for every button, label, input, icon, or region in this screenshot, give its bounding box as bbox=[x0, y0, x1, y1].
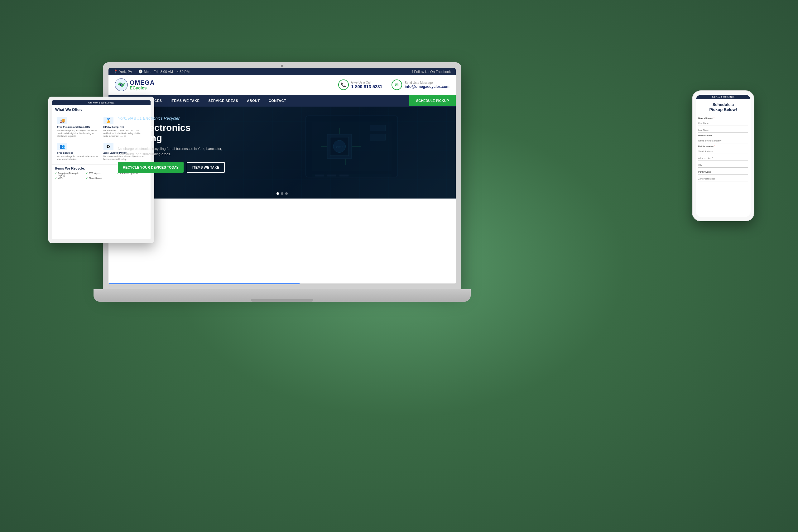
people-icon: 👥 bbox=[57, 143, 67, 150]
site-hero: CPU York, PA's #1 Electronics Recycler F… bbox=[109, 107, 456, 198]
tablet-card-pickups: 🚚 Free Pickups and Drop-Offs We offer fr… bbox=[55, 114, 101, 140]
check-icon-dvd: ✓ bbox=[86, 172, 88, 174]
recycle-devices-button[interactable]: RECYCLE YOUR DEVICES TODAY bbox=[118, 162, 184, 173]
phone-label-business: Business Name bbox=[698, 135, 748, 136]
clock-icon: 🕐 bbox=[138, 70, 143, 74]
email-contact: ✉ Send Us a Message info@omegaecycles.co… bbox=[392, 79, 450, 90]
laptop-camera bbox=[281, 65, 283, 67]
phone-bezel: Call Now: 1-800-813-5231 Schedule aPicku… bbox=[692, 90, 754, 221]
tablet-card-free: 👥 Free Services We never charge for our … bbox=[55, 140, 101, 163]
topbar-facebook[interactable]: f Follow Us On Facebook bbox=[412, 70, 451, 74]
tablet-what-we-offer: What We Offer: bbox=[52, 105, 151, 113]
phone-form-body: Name of Contact * Business Name Pick Up … bbox=[696, 114, 750, 184]
nav-contact[interactable]: CONTACT bbox=[264, 95, 290, 106]
laptop-base bbox=[94, 289, 471, 302]
check-icon-vcrs: ✓ bbox=[55, 177, 57, 179]
laptop-screen: 📍 York, PA 🕐 Mon - Fri | 8:00 AM – 4:30 … bbox=[109, 68, 456, 284]
site-header: Ω OMEGA ECycles 📞 Give Us a Call 1-800-8… bbox=[109, 75, 456, 95]
phone-label-contact: Name of Contact * bbox=[698, 117, 748, 119]
page-progress-bar bbox=[109, 283, 456, 284]
tablet-item-dvd: ✓ DVD players bbox=[86, 172, 116, 176]
hero-buttons: RECYCLE YOUR DEVICES TODAY ITEMS WE TAKE bbox=[118, 162, 236, 173]
email-icon: ✉ bbox=[392, 79, 402, 90]
phone-input-zip[interactable] bbox=[698, 176, 748, 182]
truck-icon: 🚚 bbox=[57, 117, 67, 125]
topbar-hours: 🕐 Mon - Fri | 8:00 AM – 4:30 PM bbox=[138, 70, 190, 74]
pin-icon: 📍 bbox=[113, 70, 118, 74]
nav-about[interactable]: ABOUT bbox=[243, 95, 264, 106]
hero-subtitle: York, PA's #1 Electronics Recycler bbox=[118, 116, 236, 120]
badge-icon: 🏅 bbox=[103, 117, 113, 125]
tablet-recycle-grid: ✓ Computers (Desktop & Laptop) ✓ DVD pla… bbox=[55, 172, 148, 179]
hero-carousel-dots bbox=[277, 192, 288, 195]
items-we-take-button[interactable]: ITEMS WE TAKE bbox=[187, 162, 225, 173]
hero-content: York, PA's #1 Electronics Recycler Free … bbox=[118, 116, 236, 173]
hero-dot-1[interactable] bbox=[277, 192, 279, 195]
nav-schedule-pickup[interactable]: SCHEDULE PICKUP bbox=[409, 95, 456, 106]
hero-dot-3[interactable] bbox=[285, 192, 288, 195]
phone-input-lastname[interactable] bbox=[698, 128, 748, 133]
phone-screen: Call Now: 1-800-813-5231 Schedule aPicku… bbox=[696, 95, 750, 217]
check-icon-computers: ✓ bbox=[55, 172, 57, 174]
phone-icon: 📞 bbox=[338, 79, 349, 90]
site-topbar: 📍 York, PA 🕐 Mon - Fri | 8:00 AM – 4:30 … bbox=[109, 68, 456, 75]
check-icon-phone-system: ✓ bbox=[86, 177, 88, 179]
phone-form-title: Schedule aPickup Below! bbox=[698, 102, 748, 112]
tablet-item-computers: ✓ Computers (Desktop & Laptop) bbox=[55, 172, 86, 176]
svg-text:Ω: Ω bbox=[120, 84, 122, 86]
hero-dot-2[interactable] bbox=[281, 192, 283, 195]
topbar-location: 📍 York, PA bbox=[113, 70, 132, 74]
phone-input-address2[interactable] bbox=[698, 156, 748, 161]
laptop-mockup: 📍 York, PA 🕐 Mon - Fri | 8:00 AM – 4:30 … bbox=[103, 62, 477, 318]
hero-desc: No-charge electronics recycling for all … bbox=[118, 146, 236, 156]
phone-label-pickup: Pick Up Location * bbox=[698, 145, 748, 147]
phone-topbar: Call Now: 1-800-813-5231 bbox=[696, 95, 750, 99]
page-progress-fill bbox=[109, 283, 300, 284]
phone-contact: 📞 Give Us a Call 1-800-813-5231 bbox=[338, 79, 382, 90]
nav-items-we-take[interactable]: ITEMS WE TAKE bbox=[166, 95, 204, 106]
tablet-item-telephone: ✓ Telephone Systems bbox=[117, 172, 148, 176]
hero-title: Free ElectronicsRecycling bbox=[118, 122, 236, 143]
tablet-item-vcrs: ✓ VCRs bbox=[55, 177, 86, 179]
logo-omega: OMEGA bbox=[130, 79, 155, 86]
recycle-icon: ♻ bbox=[103, 143, 113, 150]
site-contact-group: 📞 Give Us a Call 1-800-813-5231 ✉ Send U… bbox=[338, 79, 450, 90]
phone-input-city[interactable] bbox=[698, 163, 748, 168]
laptop-bezel: 📍 York, PA 🕐 Mon - Fri | 8:00 AM – 4:30 … bbox=[103, 62, 461, 290]
phone-input-street[interactable] bbox=[698, 149, 748, 154]
phone-mockup: Call Now: 1-800-813-5231 Schedule aPicku… bbox=[692, 90, 754, 221]
phone-input-firstname[interactable] bbox=[698, 121, 748, 126]
site-nav: HOME FREE SERVICES ITEMS WE TAKE SERVICE… bbox=[109, 95, 456, 107]
phone-input-business[interactable] bbox=[698, 138, 748, 144]
tablet-item-phone-system: ✓ Phone System bbox=[86, 177, 116, 179]
site-logo: Ω OMEGA ECycles bbox=[115, 78, 155, 91]
nav-service-areas[interactable]: SERVICE AREAS bbox=[204, 95, 243, 106]
logo-svg: Ω bbox=[115, 78, 128, 91]
phone-form-header: Schedule aPickup Below! bbox=[696, 99, 750, 114]
logo-ecycles: ECycles bbox=[130, 86, 155, 90]
phone-select-state[interactable]: Pennsylvania bbox=[698, 170, 748, 174]
facebook-icon: f bbox=[412, 70, 413, 74]
tablet-card-title-3: Free Services bbox=[57, 151, 99, 154]
tablet-card-desc-1: We offer free pickup and drop-offs as we… bbox=[57, 129, 99, 137]
tablet-topbar: Call Now: 1-800-813-5231 bbox=[52, 100, 151, 105]
tablet-card-desc-3: We never charge for our services because… bbox=[57, 155, 99, 160]
tablet-card-title-1: Free Pickups and Drop-Offs bbox=[57, 126, 99, 128]
